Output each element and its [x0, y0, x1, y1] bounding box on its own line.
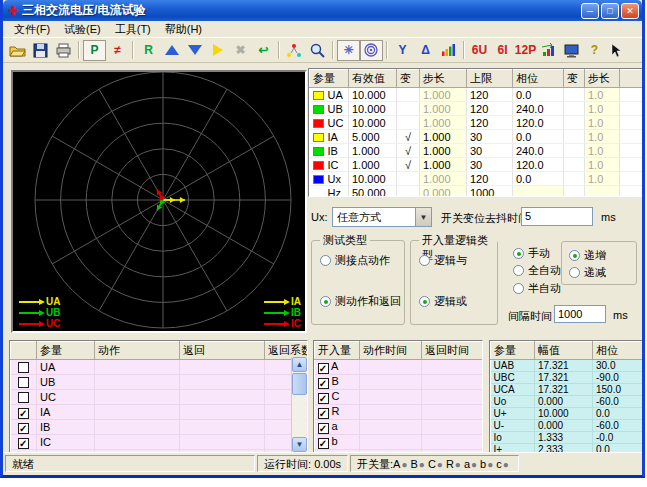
checkbox-cell[interactable]	[11, 375, 37, 390]
vary2-cell[interactable]	[564, 158, 585, 172]
table-row[interactable]: IA5.000√1.000300.01.0	[310, 130, 646, 144]
radio-icon[interactable]	[419, 255, 430, 266]
ux-mode-dropdown[interactable]: 任意方式 ▼	[332, 207, 432, 227]
input-table[interactable]: 开入量动作时间返回时间✓ A✓ B✓ C✓ R✓ a✓ b✓ c	[314, 341, 483, 454]
scroll-up-icon[interactable]: ▲	[292, 357, 307, 372]
table-row[interactable]: IC1.000√1.00030120.01.0	[310, 158, 646, 172]
table-row[interactable]: Ux10.0001.0001200.01.0	[310, 172, 646, 186]
radio-test-action-return[interactable]: 测动作和返回	[320, 294, 401, 309]
vary2-cell[interactable]	[564, 186, 585, 198]
harmonic-icon[interactable]	[537, 40, 560, 61]
checkbox-cell[interactable]: ✓ a	[315, 420, 360, 435]
not-equal-icon[interactable]: ≠	[106, 40, 129, 61]
table-row[interactable]: ✓ R	[315, 405, 484, 420]
vary2-cell[interactable]	[564, 102, 585, 116]
radio-semi-auto[interactable]: 半自动	[513, 281, 561, 296]
phase-cell[interactable]: 240.0	[513, 144, 564, 158]
vary2-cell[interactable]	[564, 144, 585, 158]
menu-item-2[interactable]: 工具(T)	[108, 21, 158, 38]
table-row[interactable]: IB1.000√1.00030240.01.0	[310, 144, 646, 158]
limit-cell[interactable]: 120	[467, 102, 513, 116]
step-cell[interactable]: 1.000	[420, 130, 467, 144]
checkbox-icon[interactable]: ✓	[318, 363, 329, 374]
step-cell[interactable]: 1.000	[420, 116, 467, 130]
chevron-down-icon[interactable]: ▼	[415, 208, 431, 226]
star-icon[interactable]: ✳	[337, 40, 360, 61]
radio-test-contact[interactable]: 测接点动作	[320, 253, 390, 268]
context-help-icon[interactable]	[606, 40, 629, 61]
p-mode-icon[interactable]: P	[83, 40, 106, 61]
interval-input[interactable]: 1000	[554, 305, 606, 323]
table-row[interactable]: ✓ B	[315, 375, 484, 390]
vary-cell[interactable]	[397, 88, 420, 102]
zoom-icon[interactable]	[306, 40, 329, 61]
stop-icon[interactable]: ✖	[229, 40, 252, 61]
checkbox-icon[interactable]: ✓	[318, 378, 329, 389]
phase-step-cell[interactable]: 1.0	[585, 158, 620, 172]
value-cell[interactable]: 5.000	[349, 130, 397, 144]
radio-logic-and[interactable]: 逻辑与	[419, 253, 467, 268]
six-u-icon[interactable]: 6U	[468, 40, 491, 61]
menu-item-1[interactable]: 试验(E)	[57, 21, 108, 38]
table-row[interactable]: ✓IC	[11, 435, 309, 450]
radio-icon[interactable]	[320, 296, 331, 307]
limit-cell[interactable]: 120	[467, 88, 513, 102]
vary2-cell[interactable]	[564, 172, 585, 186]
checkbox-cell[interactable]: ✓ C	[315, 390, 360, 405]
checkbox-icon[interactable]	[18, 392, 29, 403]
vary2-cell[interactable]	[564, 88, 585, 102]
checkbox-cell[interactable]: ✓ A	[315, 360, 360, 375]
checkbox-icon[interactable]: ✓	[318, 423, 329, 434]
radio-icon[interactable]	[513, 283, 524, 294]
checkbox-cell[interactable]: ✓ b	[315, 435, 360, 450]
phase-cell[interactable]: 120.0	[513, 158, 564, 172]
checkbox-icon[interactable]	[18, 377, 29, 388]
open-file-icon[interactable]	[6, 40, 29, 61]
value-cell[interactable]: 1.000	[349, 144, 397, 158]
value-cell[interactable]: 10.000	[349, 116, 397, 130]
radio-icon[interactable]	[320, 255, 331, 266]
phase-step-cell[interactable]: 1.0	[585, 88, 620, 102]
radio-icon[interactable]	[569, 267, 580, 278]
bars-icon[interactable]	[437, 40, 460, 61]
menu-item-3[interactable]: 帮助(H)	[158, 21, 209, 38]
table-row[interactable]: ✓ A	[315, 360, 484, 375]
vary2-cell[interactable]	[564, 130, 585, 144]
table-row[interactable]: UC	[11, 390, 309, 405]
checkbox-cell[interactable]: ✓ B	[315, 375, 360, 390]
checkbox-cell[interactable]: ✓	[11, 420, 37, 435]
step-cell[interactable]: 1.000	[420, 158, 467, 172]
six-i-icon[interactable]: 6I	[491, 40, 514, 61]
scroll-thumb[interactable]	[292, 373, 307, 395]
limit-cell[interactable]: 30	[467, 130, 513, 144]
checkbox-cell[interactable]: ✓ R	[315, 405, 360, 420]
radio-increase[interactable]: 递增	[569, 248, 606, 263]
vary-cell[interactable]: √	[397, 158, 420, 172]
radio-icon[interactable]	[513, 248, 524, 259]
phase-step-cell[interactable]: 1.0	[585, 172, 620, 186]
checkbox-icon[interactable]: ✓	[318, 438, 329, 449]
table-row[interactable]: ✓ b	[315, 435, 484, 450]
table-row[interactable]: UA10.0001.0001200.01.0	[310, 88, 646, 102]
phase-step-cell[interactable]: 1.0	[585, 144, 620, 158]
radio-decrease[interactable]: 递减	[569, 265, 606, 280]
help-icon[interactable]: ?	[583, 40, 606, 61]
radio-full-auto[interactable]: 全自动	[513, 263, 561, 278]
menu-item-0[interactable]: 文件(F)	[7, 21, 57, 38]
radio-icon[interactable]	[569, 250, 580, 261]
phase-cell[interactable]: 0.0	[513, 172, 564, 186]
monitor-icon[interactable]	[560, 40, 583, 61]
checkbox-cell[interactable]: ✓	[11, 405, 37, 420]
delta-connection-icon[interactable]: Δ	[414, 40, 437, 61]
table-row[interactable]: UC10.0001.000120120.01.0	[310, 116, 646, 130]
limit-cell[interactable]: 30	[467, 144, 513, 158]
table-row[interactable]: UB	[11, 375, 309, 390]
step-cell[interactable]: 1.000	[420, 144, 467, 158]
value-cell[interactable]: 1.000	[349, 158, 397, 172]
phasor-icon[interactable]	[283, 40, 306, 61]
checkbox-icon[interactable]: ✓	[318, 393, 329, 404]
step-up-icon[interactable]	[160, 40, 183, 61]
step-cell[interactable]: 0.000	[420, 186, 467, 198]
undo-icon[interactable]: ↩	[252, 40, 275, 61]
phase-cell[interactable]: 240.0	[513, 102, 564, 116]
